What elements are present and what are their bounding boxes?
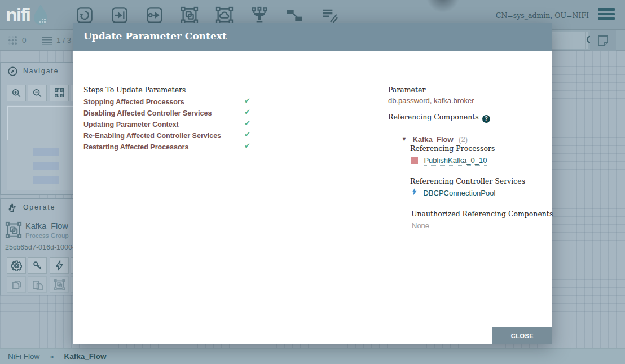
update-step-label: Stopping Affected Processors [83,98,184,106]
controller-service-bolt-icon [411,188,418,196]
referencing-processor-item: PublishKafka_0_10 [411,155,487,165]
check-icon: ✔ [244,96,250,105]
parameter-heading: Parameter [388,86,425,94]
pointer-hand-icon [8,203,17,212]
processor-stopped-icon [411,157,418,164]
breadcrumb: NiFi Flow » Kafka_Flow [0,348,625,364]
breadcrumb-separator: » [50,352,54,361]
parameter-value: db.password, kafka.broker [388,96,474,105]
update-step: Re-Enabling Affected Controller Services… [83,130,250,141]
enable-button[interactable] [50,257,69,274]
processor-link[interactable]: PublishKafka_0_10 [424,156,487,166]
minimap-component [33,176,59,184]
process-group-name: Kafka_Flow [412,135,453,144]
selected-process-group-icon [5,220,22,239]
compass-icon [8,66,17,76]
configure-button[interactable] [7,257,26,274]
note-icon [597,35,609,46]
update-step: Restarting Affected Processors ✔ [83,141,250,153]
navigate-panel-title: Navigate [23,67,59,75]
referencing-services-heading: Referencing Controller Services [410,177,525,185]
minimap-component [33,148,59,156]
update-step: Stopping Affected Processors ✔ [83,96,250,108]
nifi-logo-text: nifi [6,3,30,26]
check-icon: ✔ [244,108,250,116]
referencing-components-label: Referencing Components [388,113,479,121]
active-thread-count: 0 [22,36,27,45]
referencing-components-heading: Referencing Components? [388,113,490,123]
update-step-label: Disabling Affected Controller Services [83,109,212,117]
settings-drawer-button[interactable] [590,30,616,51]
active-threads-status: 0 [8,30,27,51]
update-step: Updating Parameter Context ✔ [83,119,250,130]
referencing-service-item: DBCPConnectionPool [411,188,495,198]
update-parameter-context-dialog: Update Parameter Context Steps To Update… [73,23,552,344]
zoom-out-button[interactable] [28,85,47,101]
dialog-title: Update Parameter Context [83,30,227,42]
update-step-label: Re-Enabling Affected Controller Services [83,132,221,140]
threads-icon [8,35,17,45]
access-policies-button[interactable] [28,257,47,274]
selection-id[interactable]: 25cb65d7-016d-1000- [5,243,73,251]
breadcrumb-root-link[interactable]: NiFi Flow [8,352,39,361]
minimap-component [33,162,59,170]
caret-down-icon[interactable]: ▼ [402,136,407,142]
referencing-processors-heading: Referencing Processors [410,144,495,153]
check-icon: ✔ [244,130,250,139]
nifi-app: nifi [0,0,625,364]
check-icon: ✔ [244,119,250,127]
paste-button[interactable] [28,276,47,293]
unauthorized-heading: Unauthorized Referencing Components [411,210,553,218]
queued-status: 1 / 3 [42,30,71,51]
update-step-label: Restarting Affected Processors [83,143,188,151]
close-button[interactable]: CLOSE [492,327,552,344]
zoom-fit-button[interactable] [50,85,69,101]
check-icon: ✔ [244,141,250,150]
service-link[interactable]: DBCPConnectionPool [423,189,495,198]
global-menu-icon[interactable] [598,8,615,21]
nifi-drop-icon [32,4,49,25]
help-icon[interactable]: ? [482,115,490,123]
unauthorized-value: None [412,221,429,230]
zoom-in-button[interactable] [7,85,26,101]
process-group-count: (2) [459,135,468,144]
queue-list-icon [42,36,52,45]
steps-heading: Steps To Update Parameters [83,86,186,94]
selection-name: Kafka_Flow [25,221,68,230]
nifi-logo: nifi [6,3,49,26]
queued-count: 1 / 3 [56,36,71,45]
process-group-tree-node[interactable]: ▼ Kafka_Flow (2) [402,134,468,144]
selection-type: Process Group [25,232,69,239]
dropdown-shadow [417,0,468,15]
user-identity[interactable]: CN=sys_admin, OU=NIFI [496,11,589,20]
breadcrumb-current: Kafka_Flow [64,352,106,361]
operate-panel-title: Operate [23,203,55,211]
copy-button[interactable] [7,276,26,293]
dialog-header: Update Parameter Context [73,23,552,51]
update-step: Disabling Affected Controller Services ✔ [83,108,250,119]
update-step-label: Updating Parameter Context [83,121,179,128]
group-button[interactable] [50,276,69,293]
